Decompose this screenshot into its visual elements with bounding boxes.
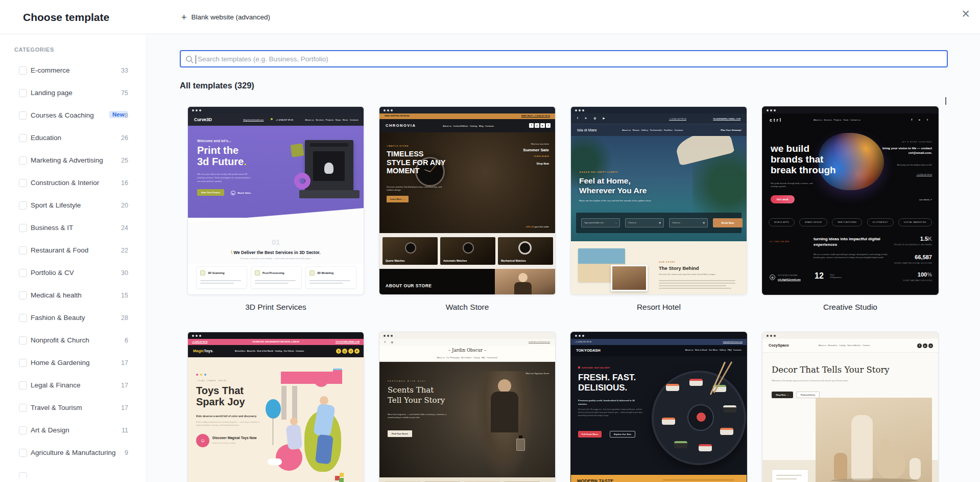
checkbox[interactable] [19,449,27,457]
pill-label: MOBILE APPS [769,218,795,226]
template-card-watch-store[interactable]: FREE SHIPPING FROM $50 NEED HELP: +1 (23… [379,106,556,295]
thumb-hero: ★★★★★ 900+ HAPPY CLIENTS Feel at Home, W… [571,136,747,241]
category-row-agriculture[interactable]: Agriculture & Manufacturing9 [0,448,147,458]
category-row-construction[interactable]: Construction & Interior16 [0,178,147,188]
hero-title: TIMELESS STYLE FOR ANY MOMENT [387,150,449,175]
category-count: 25 [121,157,128,164]
checkbox[interactable] [19,201,27,210]
discount-label: -10% off [525,225,534,228]
browser-dots [188,107,364,113]
search-input[interactable]: Search templates (e.g. Business, Portfol… [180,50,948,67]
browser-dots [762,107,938,113]
category-row-medical[interactable]: Medical & health15 [0,290,147,301]
checkbox[interactable] [19,336,27,345]
youtube-icon: ▶ [540,123,545,128]
category-label: Nonprofit & Church [31,336,89,344]
category-label: Home & Gardening [31,359,90,366]
hero-kicker: PERFUMED WITH SOUL [388,380,426,382]
checkbox[interactable] [19,156,27,165]
scrollbar-thumb[interactable] [945,97,946,105]
template-card-perfume[interactable]: f ◎ jardinobscur@email.com – Jardin Obsc… [379,332,556,482]
category-count: 22 [121,247,128,254]
hero-title-line1: Feel at Home, [579,176,631,185]
story-subtitle: Discover the charm and story that make I… [659,273,739,276]
category-row-restaurant[interactable]: Restaurant & Food22 [0,245,147,256]
hero-sub: Premium-quality sushi, handcrafted & del… [578,399,644,406]
thumb-navbar: CHRONOVIA About us Limited Edition Catal… [379,119,555,132]
thumb-phone: +1 (234) 567 89 00 [192,341,207,343]
stat-label: Years [830,274,834,276]
category-row-ecommerce[interactable]: E-commerce33 [0,65,147,76]
category-row-portfolio-cv[interactable]: Portfolio & CV30 [0,268,147,278]
gift-icon [333,369,342,376]
featured-items-button: Featured Items [796,392,820,398]
category-row-education[interactable]: Education26 [0,133,147,143]
category-row-travel[interactable]: Travel & Tourism17 [0,403,147,413]
search-icon [185,55,194,64]
category-row-landing-page[interactable]: Landing page75 [0,88,147,98]
category-count: 17 [121,404,128,411]
pill-label: UX STRATEGY [867,218,894,226]
instagram-icon: ◎ [342,349,347,354]
checkbox[interactable] [19,179,27,187]
template-card-toys[interactable]: +1 (234) 567 89 00 SHOWROOM: 5054 EASEMO… [187,332,364,482]
who-text: We are a creative studio specializing in… [814,253,889,259]
thumb-email: TOYS.STORE@EMAIL.COM [336,341,360,343]
location-field: Type placeholder text [584,221,604,224]
hero-kicker: - PLAY. LEARN. GROW - [196,380,229,382]
checkbox[interactable] [19,314,27,322]
facebook-icon: f [917,343,922,348]
category-row-business-it[interactable]: Business & IT24 [0,223,147,233]
category-row-marketing[interactable]: Marketing & Advertising25 [0,155,147,166]
checkbox[interactable] [19,224,27,232]
stat-label: Of Experience [830,277,842,279]
product-tile: Mechanical Watches [498,237,553,265]
search-placeholder: Search templates (e.g. Business, Portfol… [198,55,328,63]
checkbox[interactable] [19,291,27,300]
checkbox[interactable] [19,111,27,120]
find-scent-button: Find Your Scent [388,430,412,437]
category-label: Business & IT [31,224,73,232]
browser-dots [188,332,364,339]
checkbox[interactable] [19,134,27,142]
category-row-legal-finance[interactable]: Legal & Finance17 [0,380,147,391]
category-label: Agriculture & Manufacturing [31,449,116,456]
template-card-creative-studio[interactable]: ctrl About us Services Projects Team Con… [762,106,939,295]
category-count: 6 [125,337,128,344]
checkbox[interactable] [19,426,27,434]
cta-subtitle: Browse the full toy catalog! [212,442,235,444]
service-title: Post-Processing [262,271,284,274]
checkbox[interactable] [19,66,27,75]
blank-website-button[interactable]: + Blank website (advanced) [181,0,270,34]
template-card-decor[interactable]: CozySpace About us Bestsellers Catalog N… [762,332,939,482]
stat-value: 12 [815,271,824,281]
kid-figure [286,424,303,450]
thumb-logo: CHRONOVIA [386,123,416,128]
thumb-hero: Welcome and let's... Print the 3d Future… [188,126,364,218]
thumb-hero: //WATCH STORE TIMELESS STYLE FOR ANY MOM… [379,132,555,233]
checkbox[interactable] [19,269,27,277]
close-icon[interactable]: × [962,7,970,21]
category-row-home-gardening[interactable]: Home & Gardening17 [0,358,147,368]
category-row-courses-coaching[interactable]: Courses & CoachingNew8 [0,110,147,121]
template-card-3d-print-services[interactable]: Curve3D 3d.prints@email.com +1 (234) 567… [187,106,364,295]
checkbox[interactable] [19,404,27,412]
product-label: Mechanical Watches [501,259,526,262]
category-row-fashion[interactable]: Fashion & Beauty28 [0,313,147,323]
checkbox[interactable] [19,246,27,255]
category-row-sport[interactable]: Sport & Lifestyle20 [0,200,147,211]
checkbox[interactable] [19,359,27,367]
template-card-resort-hotel[interactable]: f ✈ ◎ ▶ +1 (234) 567 89 00 ISLADEMARE@GM… [570,106,747,295]
category-row-art-design[interactable]: Art & Design11 [0,425,147,435]
donut-shape [294,173,310,189]
section-title: We Deliver the Best Services in 3D Secto… [232,250,321,255]
checkbox[interactable] [19,381,27,389]
category-label: Education [31,134,61,142]
categories-sidebar: CATEGORIES E-commerce33 Landing page75 C… [0,34,147,482]
category-label: Legal & Finance [31,381,81,389]
pill-label: WEB PLATFORMS [832,218,862,226]
template-card-sushi[interactable]: +1 (234) 567 89 00 tokyodash@email.com T… [570,332,747,482]
category-row-nonprofit[interactable]: Nonprofit & Church6 [0,335,147,346]
checkbox[interactable] [19,89,27,97]
all-templates-heading: All templates (329) [180,81,254,90]
